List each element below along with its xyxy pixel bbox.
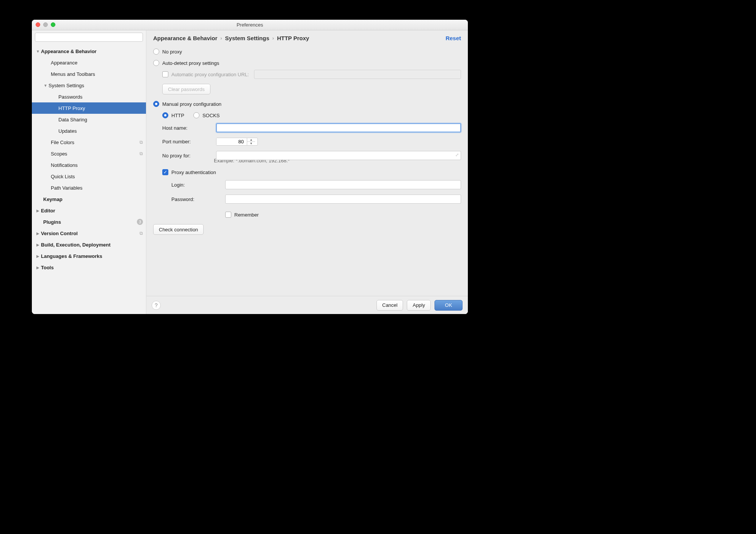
tree-item-system-settings[interactable]: ▼System Settings — [32, 80, 146, 91]
close-icon[interactable] — [36, 22, 40, 27]
tree-item-keymap[interactable]: Keymap — [32, 193, 146, 205]
tree-item-version-control[interactable]: ▶Version Control⧉ — [32, 228, 146, 239]
cancel-button[interactable]: Cancel — [376, 300, 403, 311]
auto-url-label: Automatic proxy configuration URL: — [171, 72, 249, 77]
apply-button[interactable]: Apply — [407, 300, 431, 311]
check-connection-button[interactable]: Check connection — [153, 224, 204, 235]
tree-item-path-variables[interactable]: Path Variables — [32, 182, 146, 193]
dialog-footer: ? Cancel Apply OK — [146, 296, 468, 314]
tree-item-languages[interactable]: ▶Languages & Frameworks — [32, 250, 146, 262]
chevron-right-icon: › — [269, 35, 277, 41]
remember-label: Remember — [234, 212, 259, 218]
titlebar: Preferences — [32, 20, 468, 30]
tree-item-menus-toolbars[interactable]: Menus and Toolbars — [32, 68, 146, 80]
checkbox-remember[interactable] — [225, 212, 231, 218]
host-input[interactable] — [216, 123, 461, 132]
radio-socks-label: SOCKS — [202, 113, 220, 118]
radio-http-label: HTTP — [171, 113, 184, 118]
minimize-icon[interactable] — [43, 22, 48, 27]
tree-item-file-colors[interactable]: File Colors⧉ — [32, 137, 146, 148]
noproxy-input[interactable] — [216, 151, 461, 160]
port-stepper[interactable]: ▲ ▼ — [216, 138, 258, 146]
tree-item-plugins[interactable]: Plugins3 — [32, 216, 146, 228]
help-button[interactable]: ? — [152, 301, 161, 310]
copy-icon: ⧉ — [140, 140, 143, 145]
ok-button[interactable]: OK — [434, 300, 463, 311]
zoom-icon[interactable] — [51, 22, 55, 27]
clear-passwords-button: Clear passwords — [162, 84, 210, 94]
port-input[interactable] — [216, 138, 247, 145]
tree-item-appearance[interactable]: Appearance — [32, 57, 146, 68]
password-label: Password: — [171, 196, 221, 202]
proxy-settings: No proxy Auto-detect proxy settings Auto… — [146, 44, 468, 296]
tree-item-http-proxy[interactable]: HTTP Proxy — [32, 102, 146, 114]
radio-no-proxy[interactable] — [153, 49, 159, 55]
auto-url-input — [254, 70, 461, 79]
radio-manual-label: Manual proxy configuration — [162, 101, 221, 107]
radio-socks[interactable] — [193, 112, 199, 118]
tree-item-updates[interactable]: Updates — [32, 125, 146, 137]
radio-manual[interactable] — [153, 101, 159, 107]
password-input[interactable] — [225, 195, 461, 204]
tree-item-scopes[interactable]: Scopes⧉ — [32, 148, 146, 159]
copy-icon: ⧉ — [140, 151, 143, 156]
port-label: Port number: — [162, 139, 212, 144]
tree-item-build[interactable]: ▶Build, Execution, Deployment — [32, 239, 146, 250]
breadcrumb-c: HTTP Proxy — [277, 35, 309, 41]
radio-auto-detect[interactable] — [153, 60, 159, 66]
window-title: Preferences — [237, 22, 263, 28]
copy-icon: ⧉ — [140, 231, 143, 236]
main-panel: Appearance & Behavior › System Settings … — [146, 30, 468, 314]
radio-no-proxy-label: No proxy — [162, 49, 182, 55]
tree-item-appearance-behavior[interactable]: ▼Appearance & Behavior — [32, 46, 146, 57]
sidebar: ▼Appearance & Behavior Appearance Menus … — [32, 30, 146, 314]
reset-link[interactable]: Reset — [445, 35, 461, 41]
stepper-down-icon[interactable]: ▼ — [247, 142, 255, 145]
checkbox-proxy-auth[interactable] — [162, 169, 168, 175]
radio-http[interactable] — [162, 112, 168, 118]
checkbox-auto-url — [162, 71, 168, 77]
login-input[interactable] — [225, 180, 461, 189]
tree-item-passwords[interactable]: Passwords — [32, 91, 146, 102]
breadcrumb-b: System Settings — [225, 35, 270, 41]
window-controls — [36, 22, 55, 27]
preferences-window: Preferences ▼Appearance & Behavior Appea… — [32, 20, 468, 314]
tree-item-tools[interactable]: ▶Tools — [32, 262, 146, 273]
tree-item-notifications[interactable]: Notifications — [32, 159, 146, 171]
breadcrumb-a: Appearance & Behavior — [153, 35, 217, 41]
settings-tree[interactable]: ▼Appearance & Behavior Appearance Menus … — [32, 44, 146, 314]
stepper-up-icon[interactable]: ▲ — [247, 138, 255, 142]
host-label: Host name: — [162, 125, 212, 131]
breadcrumb: Appearance & Behavior › System Settings … — [146, 30, 468, 44]
proxy-auth-label: Proxy authentication — [171, 170, 216, 175]
radio-auto-detect-label: Auto-detect proxy settings — [162, 60, 219, 66]
tree-item-editor[interactable]: ▶Editor — [32, 205, 146, 216]
login-label: Login: — [171, 182, 221, 188]
chevron-right-icon: › — [217, 35, 225, 41]
tree-item-quick-lists[interactable]: Quick Lists — [32, 171, 146, 182]
noproxy-label: No proxy for: — [162, 153, 212, 159]
search-input[interactable] — [35, 33, 143, 42]
tree-item-data-sharing[interactable]: Data Sharing — [32, 114, 146, 125]
plugins-badge: 3 — [137, 219, 143, 225]
